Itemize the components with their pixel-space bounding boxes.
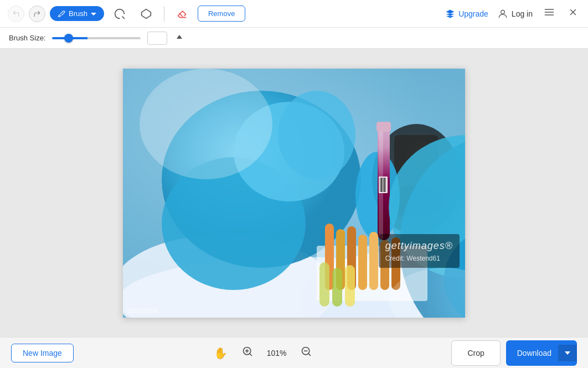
brush-size-slider[interactable] [52, 37, 141, 39]
svg-marker-63 [565, 351, 570, 355]
undo-button[interactable] [8, 6, 24, 22]
polygon-tool-button[interactable] [135, 5, 157, 23]
pan-icon: ✋ [214, 347, 228, 359]
brush-size-label: Brush Size: [9, 34, 45, 42]
redo-button[interactable] [29, 6, 45, 22]
eraser-tool-button[interactable] [171, 5, 193, 23]
svg-marker-1 [142, 9, 151, 18]
brush-label: Brush [69, 9, 87, 18]
menu-button[interactable] [541, 4, 557, 23]
image-container: gettyimages® Credit: Westend61 926715326 [123, 69, 465, 318]
svg-point-2 [501, 10, 505, 14]
remove-button[interactable]: Remove [198, 6, 245, 22]
lasso-tool-button[interactable] [109, 5, 131, 23]
bottom-toolbar: New Image ✋ 101% Crop Download [0, 337, 588, 368]
brush-size-bar: Brush Size: 16 [0, 28, 588, 49]
download-arrow-button[interactable] [558, 345, 577, 361]
bottom-left: New Image [11, 344, 74, 362]
svg-rect-29 [384, 178, 385, 192]
brush-panel-toggle[interactable] [174, 33, 185, 43]
svg-rect-30 [385, 178, 386, 192]
svg-rect-51 [319, 262, 329, 307]
toolbar-separator [164, 6, 164, 22]
svg-rect-47 [358, 235, 367, 290]
svg-point-20 [278, 91, 355, 179]
download-button[interactable]: Download [506, 340, 577, 366]
download-label: Download [517, 349, 558, 357]
svg-rect-27 [381, 178, 382, 192]
brush-size-value[interactable]: 16 [147, 32, 167, 45]
svg-rect-28 [383, 178, 383, 192]
svg-rect-52 [332, 268, 342, 307]
image-id: 926715326 [127, 308, 158, 314]
svg-point-54 [140, 69, 272, 179]
crop-button[interactable]: Crop [451, 340, 500, 366]
login-button[interactable]: Log in [497, 8, 533, 19]
header-right: Upgrade Log in [445, 4, 580, 23]
brush-tool-button[interactable]: Brush [50, 6, 104, 21]
svg-rect-53 [345, 265, 355, 307]
svg-rect-26 [380, 178, 380, 192]
watermark-credit: Credit: Westend61 [385, 253, 453, 263]
zoom-in-button[interactable] [238, 344, 257, 362]
zoom-out-button[interactable] [296, 344, 316, 362]
svg-rect-24 [376, 122, 391, 132]
image-watermark: gettyimages® Credit: Westend61 [379, 234, 460, 268]
canvas-area: gettyimages® Credit: Westend61 926715326 [0, 49, 588, 337]
close-button[interactable] [566, 5, 580, 22]
svg-marker-8 [177, 35, 182, 39]
watermark-brand: gettyimages® [385, 239, 453, 253]
lab-image: gettyimages® Credit: Westend61 926715326 [123, 69, 465, 318]
svg-rect-48 [369, 232, 378, 290]
pan-button[interactable]: ✋ [209, 344, 232, 362]
svg-line-61 [308, 354, 310, 356]
zoom-level: 101% [263, 349, 291, 357]
zoom-controls: ✋ 101% [74, 344, 452, 362]
main-toolbar: Brush Remove Upgrade [0, 0, 588, 28]
bottom-right: Crop Download [451, 340, 577, 366]
upgrade-button[interactable]: Upgrade [445, 9, 488, 19]
svg-line-57 [249, 354, 251, 356]
new-image-button[interactable]: New Image [11, 344, 74, 362]
svg-marker-0 [91, 13, 96, 15]
